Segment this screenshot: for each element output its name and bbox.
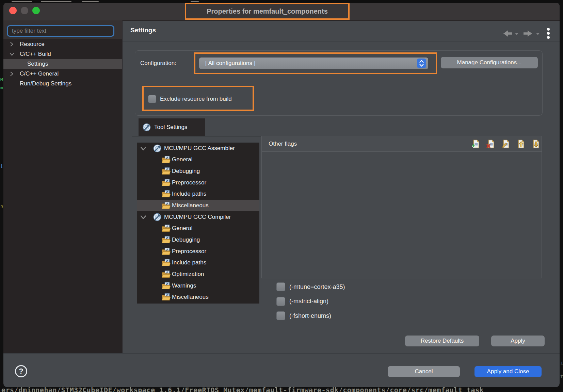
- select-stepper-icon[interactable]: [417, 59, 426, 68]
- tool-tree-item-label: General: [172, 225, 192, 232]
- flag-label: (-mstrict-align): [289, 298, 328, 305]
- tool-tree-item[interactable]: Include paths: [137, 257, 259, 268]
- background-code-fragment: M: [0, 77, 3, 82]
- configuration-label: Configuration:: [140, 60, 176, 67]
- sidebar-tree-item[interactable]: Resource: [3, 39, 122, 49]
- tool-tree-item[interactable]: General: [137, 223, 259, 234]
- flag-row: (-mstrict-align): [261, 294, 542, 309]
- flag-row: (-mtune=cortex-a35): [261, 280, 542, 294]
- header-separator: [123, 41, 560, 42]
- sidebar-item-label: Run/Debug Settings: [20, 80, 71, 87]
- background-code-fragment: [: [0, 163, 3, 168]
- chevron-down-icon[interactable]: [140, 145, 146, 151]
- cancel-button[interactable]: Cancel: [388, 366, 460, 377]
- sidebar-tree-item[interactable]: Settings: [3, 59, 122, 69]
- chevron-down-icon[interactable]: [140, 214, 146, 220]
- tool-folder-icon: [162, 236, 171, 244]
- manage-configurations-button[interactable]: Manage Configurations...: [441, 57, 538, 68]
- sidebar-item-label: C/C++ General: [20, 70, 59, 77]
- apply-and-close-button[interactable]: Apply and Close: [474, 366, 542, 377]
- tool-tree-item-label: Warnings: [172, 282, 196, 289]
- configuration-select-value: [ All configurations ]: [205, 60, 255, 67]
- zoom-window-button[interactable]: [32, 7, 40, 14]
- flag-checkbox-rows: (-mtune=cortex-a35) (-mstrict-align) (-f…: [261, 280, 542, 323]
- screenshot-root: Mm[n it ers/dminnehan/STM32CubeIDE/works…: [0, 0, 563, 392]
- move-up-icon[interactable]: [516, 140, 525, 148]
- flag-checkbox[interactable]: [276, 297, 285, 306]
- window-title: Properties for memfault_components: [207, 7, 328, 15]
- background-right-strip: it: [560, 3, 563, 387]
- sidebar-item-label: Settings: [27, 61, 48, 67]
- chevron-down-icon[interactable]: [10, 52, 14, 56]
- flag-label: (-mtune=cortex-a35): [289, 283, 345, 291]
- tool-tree-item[interactable]: Debugging: [137, 165, 259, 177]
- sidebar-tree-item[interactable]: Run/Debug Settings: [3, 79, 122, 88]
- tool-tree-item-label: Preprocessor: [172, 248, 206, 255]
- tool-folder-icon: [162, 271, 171, 278]
- move-down-icon[interactable]: [531, 140, 540, 148]
- flag-label: (-fshort-enums): [289, 312, 331, 320]
- edit-flag-icon[interactable]: [501, 140, 510, 148]
- tool-tree-item[interactable]: Warnings: [137, 280, 259, 292]
- tool-tree-item[interactable]: Optimization: [137, 268, 259, 280]
- flag-checkbox[interactable]: [276, 311, 285, 320]
- tool-folder-icon: [162, 202, 171, 209]
- tool-tree-item[interactable]: MCU/MPU GCC Compiler: [137, 211, 259, 223]
- tool-tree-item-label: Debugging: [172, 168, 200, 175]
- title-bar: Properties for memfault_components: [3, 3, 560, 21]
- tool-folder-icon: [162, 225, 171, 232]
- tool-folder-icon: [162, 156, 171, 163]
- other-flags-header: Other flags: [262, 136, 542, 152]
- tool-tree-item-label: Miscellaneous: [172, 294, 209, 300]
- forward-history-dropdown-icon[interactable]: [536, 33, 540, 35]
- tool-tree-item-label: Include paths: [172, 191, 206, 197]
- tool-tree-item[interactable]: Include paths: [137, 189, 259, 200]
- tool-tree-item[interactable]: Preprocessor: [137, 246, 259, 257]
- sidebar: Resource C/C++ Build Settings C/C++ Gene…: [3, 20, 122, 353]
- tool-tree-item-label: Preprocessor: [172, 179, 206, 186]
- tool-tree-item[interactable]: Debugging: [137, 234, 259, 246]
- background-code-fragment: m: [0, 85, 3, 90]
- tool-badge-icon: [153, 213, 161, 221]
- tool-tree-item[interactable]: Miscellaneous: [137, 291, 259, 303]
- delete-flag-icon[interactable]: [486, 140, 495, 148]
- title-annotation-box: Properties for memfault_components: [185, 3, 350, 20]
- tool-tree-item[interactable]: General: [137, 154, 259, 166]
- tool-tree-item-label: General: [172, 156, 192, 163]
- chevron-right-icon[interactable]: [10, 71, 14, 76]
- sidebar-tree-item[interactable]: C/C++ General: [3, 69, 122, 79]
- back-history-dropdown-icon[interactable]: [515, 33, 518, 35]
- flag-checkbox[interactable]: [276, 282, 285, 291]
- minimize-window-button[interactable]: [21, 7, 28, 14]
- tool-tree-item[interactable]: MCU/MPU GCC Assembler: [137, 143, 259, 154]
- tool-folder-icon: [162, 179, 171, 186]
- help-button[interactable]: ?: [15, 365, 27, 377]
- sidebar-tree-item[interactable]: C/C++ Build: [3, 49, 122, 59]
- tool-folder-icon: [162, 248, 171, 255]
- tool-tree-item[interactable]: Miscellaneous: [137, 200, 259, 211]
- tool-folder-icon: [162, 282, 171, 290]
- exclude-resource-checkbox[interactable]: [148, 95, 156, 103]
- other-flags-list[interactable]: [262, 152, 542, 278]
- terminal-path-text: ers/dminnehan/STM32CubeIDE/workspace_1.6…: [1, 387, 484, 392]
- restore-defaults-button[interactable]: Restore Defaults: [405, 336, 479, 346]
- configuration-select[interactable]: [ All configurations ]: [199, 58, 428, 69]
- chevron-right-icon[interactable]: [10, 42, 14, 47]
- view-menu-kebab-icon[interactable]: [547, 27, 550, 40]
- tab-tool-settings[interactable]: Tool Settings: [139, 118, 205, 136]
- tool-tree-item[interactable]: Preprocessor: [137, 177, 259, 189]
- other-flags-title: Other flags: [269, 141, 297, 147]
- preferences-nav-tree: Resource C/C++ Build Settings C/C++ Gene…: [3, 39, 122, 353]
- tool-tree-item-label: Optimization: [172, 271, 204, 278]
- filter-input[interactable]: [7, 25, 114, 37]
- tool-tree-item-label: Miscellaneous: [172, 202, 209, 209]
- flags-toolbar: [471, 140, 540, 148]
- back-arrow-button[interactable]: [503, 30, 512, 37]
- tool-settings-tab-label: Tool Settings: [154, 124, 187, 131]
- forward-arrow-button[interactable]: [524, 30, 532, 37]
- apply-button[interactable]: Apply: [491, 336, 545, 346]
- add-flag-icon[interactable]: [471, 140, 480, 148]
- background-code-fragment: n: [0, 203, 3, 209]
- exclude-resource-label: Exclude resource from build: [160, 96, 232, 102]
- close-window-button[interactable]: [9, 7, 17, 14]
